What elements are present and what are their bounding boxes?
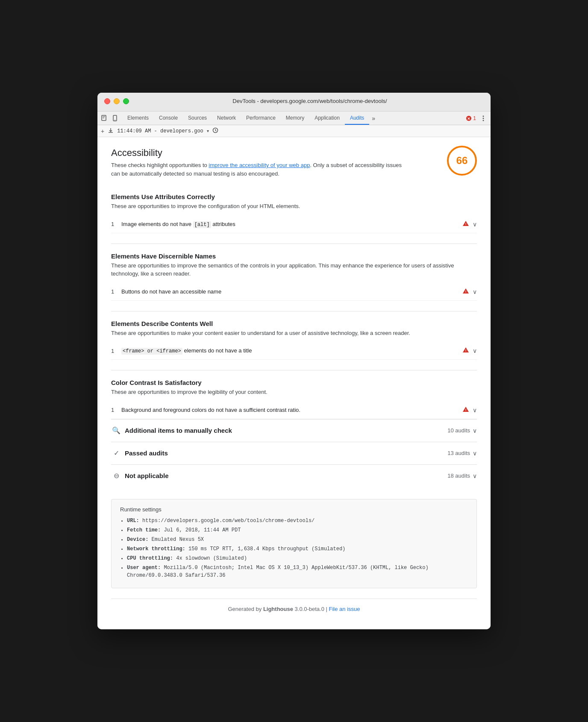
svg-text:✕: ✕ [467,117,470,121]
collapsible-section-1[interactable]: ✓ Passed audits 13 audits ∨ [111,442,477,464]
warning-icon: ! [462,406,469,414]
expand-icon[interactable]: ∨ [473,288,477,295]
audit-item-0-0[interactable]: 1Image elements do not have [alt] attrib… [111,216,477,233]
audit-item-1-0[interactable]: 1Buttons do not have an accessible name!… [111,283,477,301]
collapsible-chevron-0: ∨ [473,427,477,434]
error-badge: ✕ 1 [466,115,476,121]
lighthouse-label: Lighthouse [263,606,293,612]
collapsible-count-0: 10 audits [447,427,470,434]
runtime-item-2: Device: Emulated Nexus 5X [127,536,468,543]
runtime-item-4: CPU throttling: 4x slowdown (Simulated) [127,555,468,562]
audit-number: 1 [111,221,121,227]
collapsible-icon-1: ✓ [111,448,121,458]
collapsible-section-0[interactable]: 🔍 Additional items to manually check 10 … [111,419,477,442]
inspect-icon[interactable] [101,114,109,122]
expand-icon[interactable]: ∨ [473,407,477,414]
collapsible-count-2: 18 audits [447,473,470,479]
audit-groups: Elements Use Attributes CorrectlyThese a… [111,185,477,419]
tab-application[interactable]: Application [309,112,345,125]
collapsible-sections: 🔍 Additional items to manually check 10 … [111,419,477,487]
accessibility-description: These checks highlight opportunities to … [111,161,410,178]
group-title-2: Elements Describe Contents Well [111,320,477,327]
more-tabs-button[interactable]: » [369,115,378,122]
expand-icon[interactable]: ∨ [473,347,477,354]
group-description-2: These are opportunities to make your con… [111,329,477,338]
browser-window: DevTools - developers.google.com/web/too… [97,93,491,629]
toolbar-right: ✕ 1 [466,114,487,122]
runtime-list: URL: https://developers.google.com/web/t… [120,517,468,579]
collapsible-count-1: 13 audits [447,450,470,456]
audit-item-3-0[interactable]: 1Background and foreground colors do not… [111,402,477,419]
tab-network[interactable]: Network [212,112,241,125]
runtime-settings: Runtime settings URL: https://developers… [111,499,477,588]
tab-console[interactable]: Console [154,112,183,125]
tab-memory[interactable]: Memory [281,112,309,125]
audit-text: <frame> or <iframe> elements do not have… [121,347,462,354]
footer: Generated by Lighthouse 3.0.0-beta.0 | F… [111,599,477,619]
warning-icon: ! [462,288,469,296]
maximize-button[interactable] [123,98,129,104]
audit-group-3: Color Contrast Is SatisfactoryThese are … [111,370,477,419]
file-issue-link[interactable]: File an issue [329,606,360,612]
accessibility-title: Accessibility [111,147,410,158]
tab-audits[interactable]: Audits [345,112,369,125]
accessibility-text: Accessibility These checks highlight opp… [111,147,410,178]
collapsible-chevron-1: ∨ [473,450,477,457]
runtime-title: Runtime settings [120,506,468,513]
collapsible-chevron-2: ∨ [473,473,477,479]
tab-performance[interactable]: Performance [241,112,281,125]
main-content: Accessibility These checks highlight opp… [97,137,491,629]
timestamp-dropdown[interactable]: ▾ [207,129,209,133]
svg-point-9 [483,120,484,121]
collapsible-title-0: Additional items to manually check [125,427,447,434]
add-icon[interactable]: + [101,128,104,135]
audit-actions: !∨ [462,346,477,355]
group-title-1: Elements Have Discernible Names [111,252,477,260]
minimize-button[interactable] [114,98,120,104]
audit-actions: !∨ [462,406,477,414]
audit-item-2-0[interactable]: 1<frame> or <iframe> elements do not hav… [111,342,477,360]
tab-elements[interactable]: Elements [122,112,154,125]
audit-actions: !∨ [462,288,477,296]
score-number: 66 [456,155,468,167]
download-icon[interactable] [108,127,114,135]
close-button[interactable] [104,98,110,104]
audit-text: Buttons do not have an accessible name [121,288,462,295]
runtime-item-0: URL: https://developers.google.com/web/t… [127,517,468,525]
device-toolbar-icon[interactable] [111,114,119,122]
tabs-container: Elements Console Sources Network Perform… [122,112,466,125]
collapsible-section-2[interactable]: ⊖ Not applicable 18 audits ∨ [111,464,477,487]
clock-icon[interactable] [212,127,218,135]
timestamp: 11:44:09 AM - developers.goo [117,128,203,134]
group-title-3: Color Contrast Is Satisfactory [111,379,477,386]
svg-text:!: ! [465,222,467,226]
svg-text:!: ! [465,290,467,293]
audit-group-2: Elements Describe Contents WellThese are… [111,311,477,360]
runtime-item-1: Fetch time: Jul 6, 2018, 11:44 AM PDT [127,526,468,534]
svg-point-7 [483,115,484,117]
warning-icon: ! [462,346,469,355]
audit-text: Background and foreground colors do not … [121,407,462,413]
svg-text:!: ! [465,349,467,352]
title-bar: DevTools - developers.google.com/web/too… [97,93,491,112]
collapsible-title-2: Not applicable [125,472,447,479]
score-circle: 66 [447,146,477,176]
tab-sources[interactable]: Sources [183,112,212,125]
tab-bar: Elements Console Sources Network Perform… [97,112,491,125]
more-options-icon[interactable] [479,114,487,122]
svg-point-8 [483,117,484,119]
window-title: DevTools - developers.google.com/web/too… [136,98,484,104]
accessibility-link[interactable]: improve the accessibility of your web ap… [209,162,310,168]
audit-number: 1 [111,288,121,295]
traffic-lights [104,98,129,104]
warning-icon: ! [462,220,469,229]
collapsible-title-1: Passed audits [125,449,447,457]
audit-number: 1 [111,407,121,413]
audit-group-0: Elements Use Attributes CorrectlyThese a… [111,185,477,233]
expand-icon[interactable]: ∨ [473,221,477,228]
group-description-0: These are opportunities to improve the c… [111,202,477,211]
group-title-0: Elements Use Attributes Correctly [111,193,477,200]
accessibility-header: Accessibility These checks highlight opp… [111,147,477,178]
sub-toolbar: + 11:44:09 AM - developers.goo ▾ [97,125,491,137]
collapsible-icon-0: 🔍 [111,426,121,436]
